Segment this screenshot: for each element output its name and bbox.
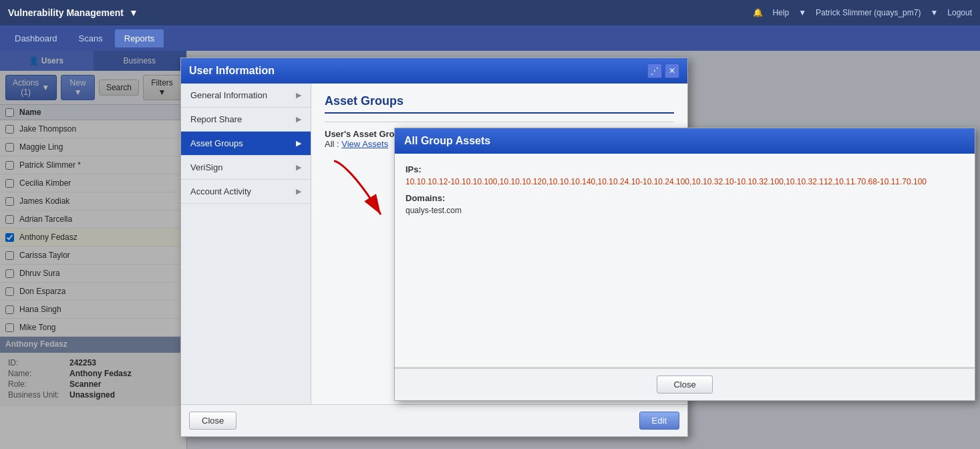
group-assets-close-button[interactable]: Close — [657, 376, 712, 394]
help-link[interactable]: Help — [772, 8, 789, 17]
top-bar-right: 🔔 Help ▼ Patrick Slimmer (quays_pm7) ▼ L… — [753, 8, 972, 17]
notification-icon[interactable]: 🔔 — [753, 8, 763, 17]
group-assets-header: All Group Assets — [395, 128, 975, 154]
modal-footer: Close Edit — [181, 404, 687, 436]
modal-expand-button[interactable]: ⋰ — [647, 63, 662, 78]
modal-edit-button[interactable]: Edit — [639, 412, 679, 430]
chevron-right-icon: ▶ — [296, 163, 301, 172]
sidebar-item-general-information[interactable]: General Information ▶ — [181, 84, 311, 108]
user-chevron: ▼ — [930, 8, 938, 17]
sidebar-item-asset-groups[interactable]: Asset Groups ▶ — [181, 132, 311, 156]
verisign-label: VeriSign — [190, 162, 222, 172]
chevron-right-icon: ▶ — [296, 91, 301, 100]
sidebar-item-account-activity[interactable]: Account Activity ▶ — [181, 180, 311, 204]
view-assets-link[interactable]: View Assets — [341, 139, 388, 149]
modal-close-button[interactable]: ✕ — [665, 63, 679, 78]
chevron-right-icon: ▶ — [296, 139, 301, 148]
ips-label: IPs: — [405, 164, 964, 174]
modal-title: User Information — [189, 65, 275, 77]
top-bar: Vulnerability Management ▼ 🔔 Help ▼ Patr… — [0, 0, 980, 25]
chevron-right-icon: ▶ — [296, 115, 301, 124]
section-title: Asset Groups — [325, 94, 674, 114]
domains-label: Domains: — [405, 193, 964, 203]
app-title-chevron: ▼ — [129, 7, 138, 18]
sidebar-item-verisign[interactable]: VeriSign ▶ — [181, 156, 311, 180]
nav-scans[interactable]: Scans — [69, 29, 112, 47]
modal-header-buttons: ⋰ ✕ — [647, 63, 679, 78]
modal-sidebar: General Information ▶ Report Share ▶ Ass… — [181, 84, 311, 404]
asset-groups-label: Asset Groups — [190, 138, 243, 148]
group-assets-body: IPs: 10.10.10.12-10.10.10.100,10.10.10.1… — [395, 154, 975, 367]
sidebar-item-report-share[interactable]: Report Share ▶ — [181, 108, 311, 132]
account-activity-label: Account Activity — [190, 186, 251, 196]
nav-reports[interactable]: Reports — [115, 29, 164, 47]
nav-dashboard[interactable]: Dashboard — [5, 29, 67, 47]
modal-close-footer-button[interactable]: Close — [189, 412, 236, 430]
all-text: All — [325, 139, 334, 149]
report-share-label: Report Share — [190, 114, 242, 124]
ips-value: 10.10.10.12-10.10.10.100,10.10.10.120,10… — [405, 177, 964, 186]
app-title-area: Vulnerability Management ▼ — [8, 7, 138, 18]
content-area: 👤 Users Business Actions (1) ▼ New ▼ Sea… — [0, 51, 980, 449]
group-assets-title: All Group Assets — [404, 135, 490, 146]
logout-link[interactable]: Logout — [947, 8, 972, 17]
app-title: Vulnerability Management — [8, 7, 124, 18]
domains-value: qualys-test.com — [405, 206, 964, 215]
group-assets-modal: All Group Assets IPs: 10.10.10.12-10.10.… — [394, 128, 975, 401]
divider — [325, 122, 674, 122]
help-chevron: ▼ — [798, 8, 806, 17]
nav-bar: Dashboard Scans Reports — [0, 25, 980, 51]
group-assets-footer: Close — [395, 368, 975, 400]
general-information-label: General Information — [190, 90, 267, 100]
user-menu[interactable]: Patrick Slimmer (quays_pm7) — [816, 8, 921, 17]
modal-header: User Information ⋰ ✕ — [181, 58, 687, 84]
chevron-right-icon: ▶ — [296, 187, 301, 196]
